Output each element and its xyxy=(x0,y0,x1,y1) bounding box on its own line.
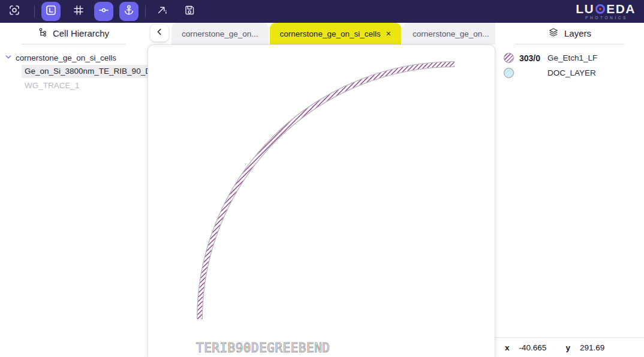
grid-toggle-button[interactable] xyxy=(69,2,88,21)
chevron-down-icon[interactable] xyxy=(4,53,13,63)
grid-icon xyxy=(73,4,85,19)
x-coordinate-value: -40.665 xyxy=(519,343,566,352)
toolbar-separator xyxy=(145,5,146,17)
tab-label: cornerstone_ge_on... xyxy=(413,29,489,38)
chevron-left-icon xyxy=(155,27,164,39)
labels-toggle-button[interactable] xyxy=(41,2,61,21)
x-coordinate-label: x xyxy=(505,343,510,352)
y-coordinate-value: 291.69 xyxy=(580,343,627,352)
export-arrow-icon xyxy=(156,4,168,19)
hierarchy-icon xyxy=(38,28,47,39)
zoom-fit-button[interactable] xyxy=(5,2,24,21)
cell-tree: cornerstone_ge_on_si_cells Ge_on_Si_3800… xyxy=(0,44,148,94)
layer-swatch-icon[interactable] xyxy=(504,68,514,78)
layer-swatch-icon[interactable] xyxy=(504,53,514,63)
layers-icon xyxy=(548,27,559,40)
save-button[interactable] xyxy=(180,2,199,21)
y-coordinate-label: y xyxy=(566,343,571,352)
anchors-toggle-button[interactable] xyxy=(119,2,139,21)
toolbar-separator xyxy=(34,5,35,17)
ports-toggle-button[interactable] xyxy=(94,2,113,21)
tab-close-icon[interactable]: × xyxy=(386,29,391,38)
save-icon xyxy=(183,4,195,19)
export-button[interactable] xyxy=(152,2,171,21)
cell-hierarchy-panel: Cell Hierarchy cornerstone_ge_on_si_cell… xyxy=(0,23,148,357)
layout-canvas[interactable]: TERIB90DEGREEBEND xyxy=(148,44,495,357)
layer-row-ge-etch1[interactable]: 303/0 Ge_Etch1_LF xyxy=(504,50,644,65)
cell-hierarchy-header: Cell Hierarchy xyxy=(0,23,148,44)
label-square-icon xyxy=(45,4,57,19)
logo-text-right: EDA xyxy=(606,3,636,15)
tab-label: cornerstone_ge_on_si_cells xyxy=(280,29,381,38)
layer-gds-number: 303/0 xyxy=(519,53,547,63)
layers-list: 303/0 Ge_Etch1_LF DOC_LAYER xyxy=(495,44,644,80)
tab-cornerstone-active[interactable]: cornerstone_ge_on_si_cells × xyxy=(270,23,401,44)
tab-cornerstone-1[interactable]: cornerstone_ge_on... xyxy=(171,23,269,44)
zoom-fit-icon xyxy=(8,4,20,19)
main-area: Cell Hierarchy cornerstone_ge_on_si_cell… xyxy=(0,23,644,357)
tab-cornerstone-2[interactable]: cornerstone_ge_on... xyxy=(402,23,499,44)
topbar: LUEDA PHOTONICS xyxy=(0,0,644,23)
logo-c-ring-icon xyxy=(595,4,605,14)
tree-item-muted[interactable]: WG_TRACE_1 xyxy=(0,78,148,94)
center-column: cornerstone_ge_on... cornerstone_ge_on_s… xyxy=(148,23,495,357)
luceda-logo-wordmark: LUEDA xyxy=(576,3,636,15)
cell-name-label: TERIB90DEGREEBEND xyxy=(196,341,330,355)
tree-item-label: cornerstone_ge_on_si_cells xyxy=(16,53,116,62)
port-icon xyxy=(98,4,110,19)
layer-name: DOC_LAYER xyxy=(547,68,596,77)
tab-label: cornerstone_ge_on... xyxy=(182,29,258,38)
cell-hierarchy-title: Cell Hierarchy xyxy=(53,28,109,38)
tree-item-selected[interactable]: Ge_on_Si_3800nm_TE_RIB_90_De... xyxy=(22,65,148,78)
waveguide-bend-drawing xyxy=(148,45,495,357)
tabs-scroll-left-button[interactable] xyxy=(151,25,168,41)
logo-subtitle: PHOTONICS xyxy=(583,16,628,20)
layers-panel: Layers 303/0 Ge_Etch1_LF DOC_LAYER x -40… xyxy=(495,23,644,357)
tree-item-root[interactable]: cornerstone_ge_on_si_cells xyxy=(0,50,148,65)
logo-text-left: LU xyxy=(576,3,594,15)
tab-bar: cornerstone_ge_on... cornerstone_ge_on_s… xyxy=(148,23,495,44)
luceda-logo: LUEDA PHOTONICS xyxy=(576,3,636,20)
coordinates-statusbar: x -40.665 y 291.69 xyxy=(495,337,644,357)
layer-name: Ge_Etch1_LF xyxy=(547,53,597,62)
layers-header: Layers xyxy=(495,23,644,44)
layer-row-doc-layer[interactable]: DOC_LAYER xyxy=(504,65,644,80)
anchor-icon xyxy=(123,4,135,19)
layers-title: Layers xyxy=(564,28,591,38)
